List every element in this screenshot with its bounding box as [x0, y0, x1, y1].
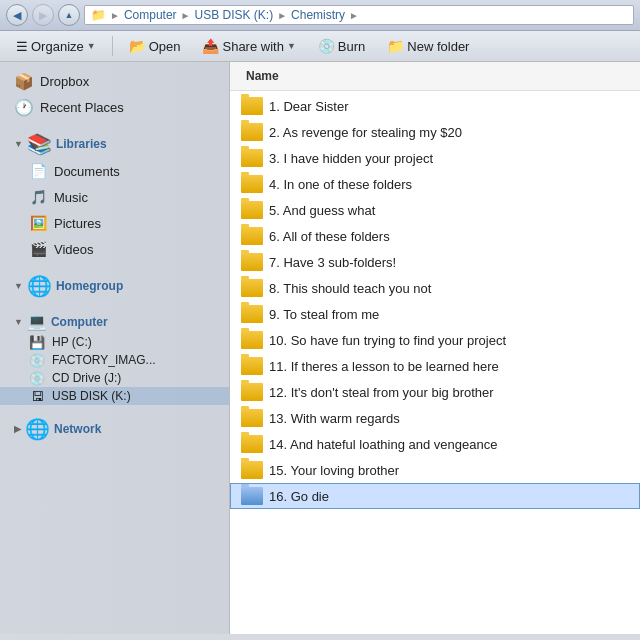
breadcrumb-chemistry[interactable]: Chemistry: [291, 8, 345, 22]
folder-row[interactable]: 4. In one of these folders: [230, 171, 640, 197]
open-icon: 📂: [129, 38, 146, 54]
sidebar-section-homegroup[interactable]: ▼ 🌐 Homegroup: [0, 268, 229, 300]
hp-drive-icon: 💾: [28, 335, 46, 349]
up-button[interactable]: ▲: [58, 4, 80, 26]
factory-label: FACTORY_IMAG...: [52, 353, 156, 367]
name-column-header[interactable]: Name: [240, 66, 285, 86]
folder-icon: [241, 201, 263, 219]
folder-icon: [241, 435, 263, 453]
folder-row[interactable]: 13. With warm regards: [230, 405, 640, 431]
address-bar: ◀ ▶ ▲ 📁 ► Computer ► USB DISK (K:) ► Che…: [0, 0, 640, 31]
burn-label: Burn: [338, 39, 365, 54]
sidebar-item-music[interactable]: 🎵 Music: [0, 184, 229, 210]
sidebar-item-dropbox[interactable]: 📦 Dropbox: [0, 68, 229, 94]
recent-places-icon: 🕐: [14, 97, 34, 117]
sidebar-section-computer[interactable]: ▼ 💻 Computer: [0, 306, 229, 333]
folder-row[interactable]: 11. If theres a lesson to be learned her…: [230, 353, 640, 379]
folder-name: 2. As revenge for stealing my $20: [269, 125, 462, 140]
documents-label: Documents: [54, 164, 120, 179]
sidebar-item-pictures[interactable]: 🖼️ Pictures: [0, 210, 229, 236]
organize-icon: ☰: [16, 39, 28, 54]
breadcrumb-arrow-end: ►: [349, 10, 359, 21]
network-icon: 🌐: [25, 417, 50, 441]
folder-row[interactable]: 8. This should teach you not: [230, 275, 640, 301]
sidebar: 📦 Dropbox 🕐 Recent Places ▼ 📚 Libraries …: [0, 62, 230, 634]
folder-icon: [241, 305, 263, 323]
folder-row[interactable]: 2. As revenge for stealing my $20: [230, 119, 640, 145]
cd-drive-icon: 💿: [28, 371, 46, 385]
folder-icon: [241, 461, 263, 479]
sidebar-item-hp[interactable]: 💾 HP (C:): [0, 333, 229, 351]
sidebar-item-recent-places[interactable]: 🕐 Recent Places: [0, 94, 229, 120]
share-dropdown-arrow: ▼: [287, 41, 296, 51]
folder-row[interactable]: 14. And hateful loathing and vengeance: [230, 431, 640, 457]
folder-name: 1. Dear Sister: [269, 99, 348, 114]
new-folder-label: New folder: [407, 39, 469, 54]
music-icon: 🎵: [28, 187, 48, 207]
folder-row[interactable]: 16. Go die: [230, 483, 640, 509]
folder-row[interactable]: 9. To steal from me: [230, 301, 640, 327]
new-folder-button[interactable]: 📁 New folder: [379, 35, 477, 57]
breadcrumb-sep2: ►: [181, 10, 191, 21]
sidebar-item-factory[interactable]: 💿 FACTORY_IMAG...: [0, 351, 229, 369]
share-with-button[interactable]: 📤 Share with ▼: [194, 35, 303, 57]
breadcrumb-sep1: ►: [110, 10, 120, 21]
folder-row[interactable]: 3. I have hidden your project: [230, 145, 640, 171]
folder-icon: [241, 175, 263, 193]
folder-row[interactable]: 1. Dear Sister: [230, 93, 640, 119]
homegroup-expand-icon: ▼: [14, 281, 23, 291]
folder-name: 13. With warm regards: [269, 411, 400, 426]
folder-icon-small: 📁: [91, 8, 106, 22]
content-area: Name 1. Dear Sister2. As revenge for ste…: [230, 62, 640, 634]
videos-label: Videos: [54, 242, 94, 257]
main-layout: 📦 Dropbox 🕐 Recent Places ▼ 📚 Libraries …: [0, 62, 640, 634]
libraries-label: Libraries: [56, 137, 107, 151]
folder-row[interactable]: 12. It's don't steal from your big broth…: [230, 379, 640, 405]
sidebar-item-cd[interactable]: 💿 CD Drive (J:): [0, 369, 229, 387]
folder-row[interactable]: 10. So have fun trying to find your proj…: [230, 327, 640, 353]
folder-name: 16. Go die: [269, 489, 329, 504]
folder-icon: [241, 149, 263, 167]
folder-list: 1. Dear Sister2. As revenge for stealing…: [230, 91, 640, 511]
burn-button[interactable]: 💿 Burn: [310, 35, 373, 57]
open-button[interactable]: 📂 Open: [121, 35, 189, 57]
computer-expand-icon: ▼: [14, 317, 23, 327]
documents-icon: 📄: [28, 161, 48, 181]
folder-row[interactable]: 15. Your loving brother: [230, 457, 640, 483]
usb-drive-icon: 🖫: [28, 389, 46, 403]
organize-label: Organize: [31, 39, 84, 54]
open-label: Open: [149, 39, 181, 54]
sidebar-item-documents[interactable]: 📄 Documents: [0, 158, 229, 184]
folder-row[interactable]: 6. All of these folders: [230, 223, 640, 249]
breadcrumb-usb[interactable]: USB DISK (K:): [195, 8, 274, 22]
folder-name: 10. So have fun trying to find your proj…: [269, 333, 506, 348]
folder-icon: [241, 487, 263, 505]
folder-name: 14. And hateful loathing and vengeance: [269, 437, 497, 452]
music-label: Music: [54, 190, 88, 205]
folder-icon: [241, 253, 263, 271]
folder-name: 6. All of these folders: [269, 229, 390, 244]
folder-row[interactable]: 7. Have 3 sub-folders!: [230, 249, 640, 275]
forward-button[interactable]: ▶: [32, 4, 54, 26]
breadcrumb-computer[interactable]: Computer: [124, 8, 177, 22]
content-header: Name: [230, 62, 640, 91]
breadcrumb[interactable]: 📁 ► Computer ► USB DISK (K:) ► Chemistry…: [84, 5, 634, 25]
organize-button[interactable]: ☰ Organize ▼: [8, 36, 104, 57]
back-button[interactable]: ◀: [6, 4, 28, 26]
sidebar-section-network[interactable]: ▶ 🌐 Network: [0, 411, 229, 443]
homegroup-label: Homegroup: [56, 279, 123, 293]
folder-name: 4. In one of these folders: [269, 177, 412, 192]
sidebar-item-videos[interactable]: 🎬 Videos: [0, 236, 229, 262]
folder-row[interactable]: 5. And guess what: [230, 197, 640, 223]
folder-name: 12. It's don't steal from your big broth…: [269, 385, 494, 400]
organize-dropdown-arrow: ▼: [87, 41, 96, 51]
sidebar-item-usb[interactable]: 🖫 USB DISK (K:): [0, 387, 229, 405]
sidebar-section-libraries[interactable]: ▼ 📚 Libraries: [0, 126, 229, 158]
share-with-label: Share with: [222, 39, 283, 54]
folder-icon: [241, 97, 263, 115]
dropbox-icon: 📦: [14, 71, 34, 91]
share-icon: 📤: [202, 38, 219, 54]
folder-name: 11. If theres a lesson to be learned her…: [269, 359, 499, 374]
folder-name: 9. To steal from me: [269, 307, 379, 322]
computer-label: Computer: [51, 315, 108, 329]
